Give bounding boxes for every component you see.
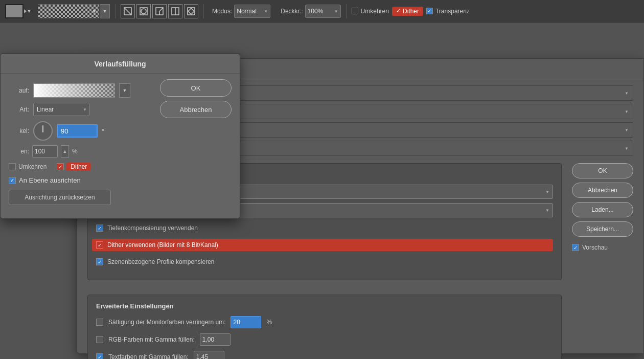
svg-point-3 (141, 9, 146, 14)
verlauf-dither-label: Dither (66, 163, 91, 171)
verlauf-umkehren-checkbox[interactable] (9, 163, 16, 170)
verlauf-dialog: Verlaufsfüllung OK Abbrechen auf: ▼ Art:… (0, 53, 240, 219)
winkel-degree: ° (102, 127, 104, 135)
farb-laden-btn[interactable]: Laden... (572, 202, 633, 217)
winkel-input[interactable] (57, 124, 98, 138)
verlauf-umkehren-label: Umkehren (18, 163, 47, 170)
tiefenkomp-checkbox[interactable]: ✓ (96, 225, 103, 232)
modus-select[interactable]: Normal Auflösen (234, 5, 270, 18)
saettigung-label: Sättigung der Monitorfarben verringern u… (108, 319, 225, 326)
an-ebene-checkbox[interactable]: ✓ (9, 177, 16, 184)
saettigung-pct: % (266, 319, 272, 326)
reflected-gradient-btn[interactable] (168, 4, 182, 18)
verlauf-dither-checkbox[interactable]: ✓ (57, 163, 64, 170)
verlauf-ok-btn[interactable]: OK (160, 79, 232, 97)
toolbar-divider-3 (346, 4, 347, 18)
verlauf-gradient-bar[interactable] (33, 83, 115, 98)
dither-btn-active[interactable]: ✓ Dither (392, 7, 423, 16)
foreground-swatch[interactable] (5, 4, 24, 18)
verlauf-buttons: OK Abbrechen (160, 79, 232, 118)
svg-line-5 (159, 8, 163, 11)
farb-ok-btn[interactable]: OK (572, 163, 633, 178)
mode-buttons (121, 4, 198, 18)
rgb-input[interactable] (200, 333, 231, 346)
modus-label: Modus: (212, 8, 232, 15)
farb-abbrechen-btn[interactable]: Abbrechen (572, 183, 633, 198)
winkel-row: kel: ° (1, 119, 240, 143)
farb-speichern-btn[interactable]: Speichern... (572, 221, 633, 237)
an-ebene-label: An Ebene ausrichten (19, 176, 81, 184)
szenen-checkbox[interactable]: ✓ (96, 258, 103, 265)
art-label: Art: (9, 106, 29, 113)
skalieren-pct: % (72, 148, 78, 155)
verlauf-auf-label: auf: (9, 87, 29, 94)
umkehren-wrap: Umkehren (352, 8, 389, 15)
umkehren-checkbox[interactable] (352, 8, 358, 14)
ausrichtung-btn[interactable]: Ausrichtung zurücksetzen (9, 190, 111, 205)
textfarben-checkbox[interactable]: ✓ (96, 353, 103, 359)
erweitert-section: Erweiterte Einstellungen Sättigung der M… (87, 295, 562, 359)
szenen-label: Szenenbezogene Profile kompensieren (107, 258, 214, 265)
skalieren-label: en: (9, 148, 29, 155)
textfarben-row: ✓ Textfarben mit Gamma füllen: (96, 351, 553, 359)
konv-cb-list: ✓ Tiefenkompensierung verwenden ✓ Dither… (96, 222, 553, 267)
an-ebene-row: ✓ An Ebene ausrichten (1, 174, 240, 187)
checkbox-row-1: Umkehren ✓ Dither (1, 160, 240, 174)
toolbar-divider-1 (115, 4, 116, 18)
radial-gradient-btn[interactable] (136, 4, 151, 18)
transparenz-checkbox[interactable]: ✓ (426, 8, 433, 14)
umkehren-label: Umkehren (361, 8, 389, 15)
rgb-checkbox[interactable] (96, 336, 103, 343)
winkel-label: kel: (9, 127, 29, 134)
vorschau-label: Vorschau (582, 244, 608, 251)
svg-marker-10 (188, 8, 194, 14)
modus-wrap: Modus: Normal Auflösen (209, 5, 270, 18)
skalieren-row: en: ▲ % (1, 143, 240, 160)
textfarben-input[interactable] (194, 351, 224, 359)
vorschau-checkbox[interactable]: ✓ (572, 244, 579, 251)
vorschau-row: ✓ Vorschau (572, 244, 633, 251)
transparenz-wrap: ✓ Transparenz (426, 8, 470, 15)
verlauf-abbrechen-btn[interactable]: Abbrechen (160, 101, 232, 118)
erweitert-title: Erweiterte Einstellungen (96, 302, 553, 310)
saettigung-input[interactable] (231, 316, 261, 328)
rgb-label: RGB-Farben mit Gamma füllen: (108, 336, 195, 343)
winkel-dial[interactable] (33, 121, 53, 141)
diamond-gradient-btn[interactable] (184, 4, 198, 18)
tiefenkomp-label: Tiefenkompensierung verwenden (107, 225, 198, 232)
verlauf-umkehren-wrap: Umkehren (9, 163, 47, 170)
svg-rect-9 (188, 8, 195, 15)
textfarben-label: Textfarben mit Gamma füllen: (108, 353, 189, 359)
top-toolbar: ▼ ▼ (0, 0, 644, 23)
gradient-preview[interactable] (38, 4, 99, 18)
dither-verwenden-item: ✓ Dither verwenden (Bilder mit 8 Bit/Kan… (92, 239, 553, 251)
deckk-wrap: Deckkr.: 100% 75% (278, 5, 340, 18)
toolbar-divider-2 (203, 4, 204, 18)
dither-check-icon: ✓ (396, 8, 401, 14)
skalieren-up-arrow[interactable]: ▲ (61, 145, 69, 158)
skalieren-input[interactable] (32, 145, 58, 158)
verlauf-gradient-dropdown[interactable]: ▼ (119, 83, 130, 98)
farb-side-col: OK Abbrechen Laden... Speichern... ✓ Vor… (572, 163, 633, 359)
main-content: Verlaufsfüllung OK Abbrechen auf: ▼ Art:… (0, 23, 644, 359)
tiefenkomp-item: ✓ Tiefenkompensierung verwenden (96, 222, 553, 234)
svg-line-1 (124, 8, 131, 15)
dither-verwenden-checkbox[interactable]: ✓ (96, 241, 103, 249)
saettigung-checkbox[interactable] (96, 319, 103, 326)
verlauf-title: Verlaufsfüllung (1, 54, 240, 74)
dither-verwenden-label: Dither verwenden (Bilder mit 8 Bit/Kanal… (107, 241, 218, 249)
angle-gradient-btn[interactable] (152, 4, 167, 18)
deckk-select[interactable]: 100% 75% (305, 5, 341, 18)
saettigung-row: Sättigung der Monitorfarben verringern u… (96, 316, 553, 328)
art-select[interactable]: Linear Radial Winkel Gespiegelt Raute (33, 103, 89, 116)
rgb-row: RGB-Farben mit Gamma füllen: (96, 333, 553, 346)
deckk-label: Deckkr.: (281, 8, 303, 15)
dither-btn-label: Dither (403, 8, 419, 15)
szenen-item: ✓ Szenenbezogene Profile kompensieren (96, 256, 553, 267)
linear-gradient-btn[interactable] (121, 4, 135, 18)
gradient-dropdown-arrow[interactable]: ▼ (100, 4, 110, 18)
verlauf-dither-wrap: ✓ Dither (57, 163, 91, 171)
transparenz-label: Transparenz (435, 8, 470, 15)
